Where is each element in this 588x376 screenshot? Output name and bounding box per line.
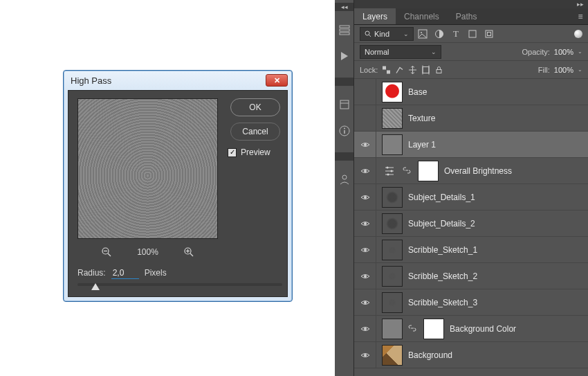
layer-thumbnail[interactable] — [382, 292, 403, 313]
expand-collapsed-button[interactable]: ◂◂ — [335, 3, 353, 11]
layer-row[interactable]: Base — [354, 79, 588, 105]
collapsed-divider — [335, 78, 353, 86]
radius-slider-track[interactable] — [77, 283, 282, 286]
history-panel-icon[interactable] — [337, 22, 352, 37]
layer-thumbnail[interactable] — [382, 345, 403, 366]
ok-button[interactable]: OK — [230, 98, 280, 116]
lock-label: Lock: — [360, 66, 378, 74]
fill-label[interactable]: Fill: — [538, 66, 550, 74]
tab-layers[interactable]: Layers — [354, 8, 396, 24]
collapsed-panel-column: ◂◂ — [335, 0, 354, 376]
filter-type-icon[interactable]: T — [451, 29, 461, 39]
layer-name[interactable]: Base — [408, 87, 427, 97]
fill-value[interactable]: 100% — [554, 66, 573, 74]
opacity-chevron-icon[interactable]: ⌄ — [578, 48, 582, 55]
layer-visibility-toggle[interactable] — [354, 158, 376, 183]
layer-visibility-toggle[interactable] — [354, 211, 376, 236]
layer-visibility-toggle[interactable] — [354, 132, 376, 157]
radius-slider-thumb[interactable] — [91, 283, 100, 290]
layer-thumbnail[interactable] — [382, 82, 403, 102]
properties-panel-icon[interactable] — [337, 97, 352, 112]
layer-row[interactable]: Background — [354, 342, 588, 368]
panel-collapse-button[interactable]: ▸▸ — [354, 0, 588, 8]
filter-toggle-switch[interactable] — [574, 30, 582, 38]
layer-name[interactable]: Scribble_Sketch_2 — [408, 271, 477, 281]
svg-point-15 — [344, 128, 345, 129]
radius-label: Radius: — [77, 268, 106, 278]
layer-visibility-toggle[interactable] — [354, 263, 376, 289]
layer-visibility-toggle[interactable] — [354, 342, 376, 368]
layer-row[interactable]: Overall Brightness — [354, 158, 588, 184]
layer-row[interactable]: Background Color — [354, 316, 588, 342]
preview-checkbox[interactable]: ✓ — [228, 148, 237, 157]
layer-visibility-toggle[interactable] — [354, 237, 376, 262]
svg-point-33 — [364, 143, 367, 146]
layer-row[interactable]: Scribble_Sketch_3 — [354, 289, 588, 316]
layer-visibility-toggle[interactable] — [354, 184, 376, 210]
character-panel-icon[interactable] — [337, 172, 352, 187]
layer-visibility-toggle[interactable] — [354, 316, 376, 341]
filter-adjustment-icon[interactable] — [434, 29, 444, 39]
filter-shape-icon[interactable] — [468, 29, 477, 39]
cancel-button-label: Cancel — [242, 127, 268, 136]
svg-point-40 — [387, 173, 389, 175]
dialog-titlebar[interactable]: High Pass ✕ — [64, 71, 292, 90]
lock-transparency-icon[interactable] — [382, 65, 391, 74]
layer-thumbnail[interactable] — [382, 319, 403, 339]
layer-mask-thumb[interactable] — [423, 319, 444, 339]
layer-name[interactable]: Background Color — [450, 324, 516, 334]
layer-name[interactable]: Subject_Details_2 — [408, 219, 475, 229]
layer-thumbnail[interactable] — [382, 240, 403, 260]
tab-paths[interactable]: Paths — [448, 8, 486, 24]
layer-thumbnail[interactable] — [382, 266, 403, 287]
layer-row[interactable]: Subject_Details_1 — [354, 184, 588, 211]
filter-smart-icon[interactable] — [484, 29, 494, 39]
layer-row[interactable]: Texture — [354, 105, 588, 132]
layer-visibility-toggle[interactable] — [354, 79, 376, 105]
lock-pixels-icon[interactable] — [395, 65, 404, 74]
svg-rect-26 — [387, 70, 390, 73]
opacity-value[interactable]: 100% — [554, 48, 573, 56]
close-button[interactable]: ✕ — [266, 74, 288, 87]
layer-visibility-toggle[interactable] — [354, 289, 376, 315]
layer-name[interactable]: Texture — [408, 114, 435, 123]
layer-mask-thumb[interactable] — [418, 161, 439, 181]
zoom-out-button[interactable] — [101, 247, 112, 258]
layer-thumbnail[interactable] — [382, 213, 403, 234]
panel-menu-button[interactable]: ≡ — [573, 8, 588, 24]
info-panel-icon[interactable] — [337, 123, 352, 138]
tab-channels[interactable]: Channels — [396, 8, 448, 24]
layer-name[interactable]: Scribble_Sketch_3 — [408, 298, 477, 307]
layer-visibility-toggle[interactable] — [354, 105, 376, 131]
layers-list[interactable]: BaseTextureLayer 1Overall BrightnessSubj… — [354, 79, 588, 376]
layer-row[interactable]: Scribble_Sketch_2 — [354, 263, 588, 289]
filter-kind-select[interactable]: Kind ⌄ — [360, 27, 414, 41]
blend-mode-select[interactable]: Normal ⌄ — [360, 45, 441, 59]
layer-row[interactable]: Subject_Details_2 — [354, 211, 588, 237]
svg-point-34 — [364, 170, 367, 172]
high-pass-dialog: High Pass ✕ 100% Radius: Pixels OK Cance… — [63, 70, 293, 302]
lock-position-icon[interactable] — [408, 65, 417, 74]
fill-chevron-icon[interactable]: ⌄ — [578, 66, 582, 73]
layer-name[interactable]: Overall Brightness — [444, 166, 512, 176]
layer-name[interactable]: Scribble_Sketch_1 — [408, 245, 477, 255]
layer-thumbnail[interactable] — [382, 187, 403, 208]
zoom-in-icon — [183, 247, 194, 258]
layer-name[interactable]: Layer 1 — [408, 140, 436, 150]
layer-thumbnail[interactable] — [382, 108, 403, 129]
layer-name[interactable]: Subject_Details_1 — [408, 193, 475, 202]
dialog-title: High Pass — [71, 75, 111, 86]
layer-thumbnail[interactable] — [382, 134, 403, 155]
layer-name[interactable]: Background — [408, 350, 452, 360]
lock-artboard-icon[interactable] — [421, 65, 430, 74]
cancel-button[interactable]: Cancel — [230, 123, 280, 141]
filter-pixel-icon[interactable] — [418, 29, 428, 39]
filter-preview-image[interactable] — [77, 98, 218, 239]
zoom-in-button[interactable] — [183, 247, 194, 258]
opacity-label[interactable]: Opacity: — [522, 48, 550, 56]
layer-row[interactable]: Scribble_Sketch_1 — [354, 237, 588, 263]
layer-row[interactable]: Layer 1 — [354, 132, 588, 158]
radius-input[interactable] — [111, 267, 139, 279]
lock-all-icon[interactable] — [434, 65, 443, 74]
actions-panel-icon[interactable] — [337, 48, 352, 64]
